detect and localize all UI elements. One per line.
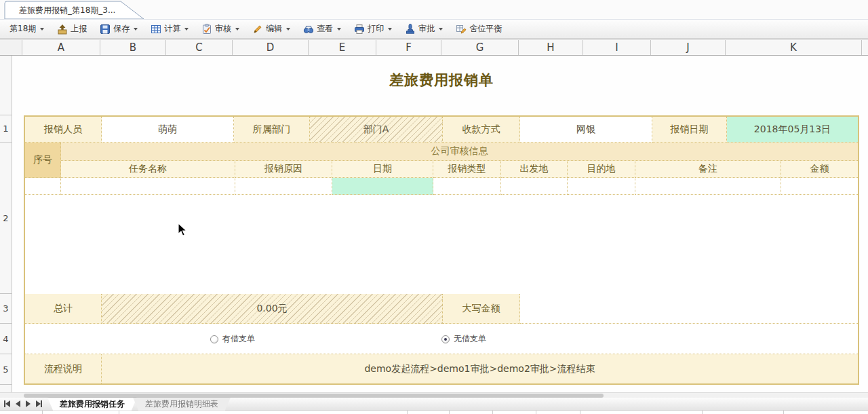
toolbar-button-edit[interactable]: 编辑 <box>248 21 294 37</box>
cell-index[interactable] <box>25 178 61 195</box>
field-label-payment-method: 收款方式 <box>443 117 520 143</box>
column-header-row: A B C D E F G H I J K <box>0 39 868 56</box>
reimbursement-form: 报销人员 萌萌 所属部门 部门A 收款方式 网银 报销日期 2018年05月13… <box>24 115 859 385</box>
report-page: 1 2 3 4 5 差旅费用报销单 报销人员 萌萌 所属部门 部门A 收款方式 … <box>0 56 868 392</box>
column-header-k: K <box>726 40 862 55</box>
arrow-right-icon <box>26 400 31 407</box>
column-header-i: I <box>583 40 651 55</box>
chevron-down-icon <box>134 28 138 31</box>
row-header-gutter: 1 2 3 4 5 <box>0 56 12 392</box>
chevron-down-icon <box>337 28 341 31</box>
cell-reason[interactable] <box>235 178 332 195</box>
gridline <box>492 411 493 414</box>
column-header-f: F <box>376 40 441 55</box>
document-tab-title: 差旅费用报销_第18期_3... <box>19 5 115 16</box>
toolbar-button-submit[interactable]: 上报 <box>53 21 91 37</box>
chevron-down-icon <box>439 28 443 31</box>
arrow-left-icon <box>5 400 10 407</box>
sheet-nav-next-button[interactable] <box>26 400 31 408</box>
radio-label: 有借支单 <box>222 333 255 345</box>
radio-checked-icon[interactable] <box>441 335 450 343</box>
toolbar-button-print[interactable]: 打印 <box>350 21 396 37</box>
gridline <box>783 411 784 414</box>
view-icon <box>303 24 314 35</box>
balance-icon <box>456 24 467 35</box>
document-tab-bar: 差旅费用报销_第18期_3... <box>0 0 868 19</box>
column-header-remark: 备注 <box>635 161 781 178</box>
toolbar-button-label: 打印 <box>368 23 384 35</box>
cell-date-selected[interactable] <box>332 178 433 195</box>
column-header-task-name: 任务名称 <box>61 161 235 178</box>
document-tab[interactable]: 差旅费用报销_第18期_3... <box>4 0 146 19</box>
flow-label: 流程说明 <box>25 354 102 383</box>
toolbar-button-label: 审核 <box>215 23 231 35</box>
toolbar-button-period[interactable]: 第18期 <box>5 21 48 37</box>
chevron-down-icon <box>388 28 392 31</box>
radio-unchecked-icon[interactable] <box>210 335 218 343</box>
column-header-d: D <box>233 40 309 55</box>
gridline <box>702 411 703 414</box>
chevron-down-icon <box>184 28 189 31</box>
sheet-tab-detail[interactable]: 差旅费用报销明细表 <box>133 398 231 411</box>
calculate-icon <box>151 24 161 35</box>
column-header-date: 日期 <box>332 161 433 178</box>
toolbar-button-audit[interactable]: 审核 <box>197 21 243 37</box>
cell-type[interactable] <box>433 178 501 195</box>
toolbar-button-calculate[interactable]: 计算 <box>146 21 193 37</box>
submit-icon <box>57 24 68 35</box>
field-value-applicant[interactable]: 萌萌 <box>102 117 234 143</box>
gridline <box>449 411 450 414</box>
cell-task-name[interactable] <box>61 178 235 195</box>
audit-icon <box>201 24 212 35</box>
total-amount: 0.00元 <box>102 294 443 324</box>
toolbar-button-label: 查看 <box>317 23 333 35</box>
sheet-nav-first-button[interactable] <box>4 400 10 408</box>
loan-option-row: 有借支单 无借支单 <box>25 324 858 354</box>
last-bar-icon <box>41 400 42 407</box>
toolbar: 第18期 上报 保存 计算 审核 <box>0 19 868 39</box>
gridline <box>42 411 43 414</box>
partial-grid-row <box>0 411 868 414</box>
arrow-right-icon <box>36 400 41 407</box>
chevron-down-icon <box>40 28 44 31</box>
column-header-a: A <box>22 40 100 55</box>
info-row: 报销人员 萌萌 所属部门 部门A 收款方式 网银 报销日期 2018年05月13… <box>25 117 858 143</box>
detail-data-row <box>25 178 858 195</box>
radio-label: 无借支单 <box>454 333 486 345</box>
sheet-nav-prev-button[interactable] <box>16 400 20 408</box>
column-header-h: H <box>519 40 583 55</box>
cell-destination[interactable] <box>568 178 635 195</box>
toolbar-button-rounding-balance[interactable]: 舍位平衡 <box>452 21 506 37</box>
chevron-down-icon <box>286 28 290 31</box>
toolbar-button-approve[interactable]: 审批 <box>401 21 447 37</box>
field-label-department: 所属部门 <box>234 117 310 143</box>
total-label: 总计 <box>25 294 102 324</box>
detail-table-header: 序号 公司审核信息 任务名称 报销原因 日期 报销类型 出发地 目的地 备注 金… <box>25 143 858 178</box>
horizontal-scrollbar[interactable] <box>0 392 868 398</box>
radio-no-loan[interactable]: 无借支单 <box>441 333 486 345</box>
toolbar-button-view[interactable]: 查看 <box>299 21 345 37</box>
row-header-2: 2 <box>0 143 12 294</box>
column-header-reason: 报销原因 <box>235 161 332 178</box>
empty-area <box>25 195 858 294</box>
cell-amount[interactable] <box>781 178 858 195</box>
toolbar-button-save[interactable]: 保存 <box>96 21 142 37</box>
sheet-tab-task[interactable]: 差旅费用报销任务 <box>47 398 137 411</box>
approve-icon <box>405 24 416 35</box>
uppercase-amount-value[interactable] <box>520 294 858 324</box>
column-header-type: 报销类型 <box>433 161 501 178</box>
cell-remark[interactable] <box>635 178 781 195</box>
field-value-date[interactable]: 2018年05月13日 <box>727 117 858 143</box>
column-header-origin: 出发地 <box>501 161 568 178</box>
field-value-payment-method[interactable]: 网银 <box>520 117 652 143</box>
edit-icon <box>252 24 263 35</box>
sheet-nav-last-button[interactable] <box>36 400 42 408</box>
column-header-amount: 金额 <box>781 161 858 178</box>
index-column-header: 序号 <box>25 143 61 178</box>
radio-has-loan[interactable]: 有借支单 <box>210 333 255 345</box>
cell-origin[interactable] <box>501 178 568 195</box>
print-icon <box>354 24 365 35</box>
row-header-5: 5 <box>0 354 12 385</box>
toolbar-button-label: 计算 <box>164 23 180 35</box>
column-header-destination: 目的地 <box>568 161 635 178</box>
